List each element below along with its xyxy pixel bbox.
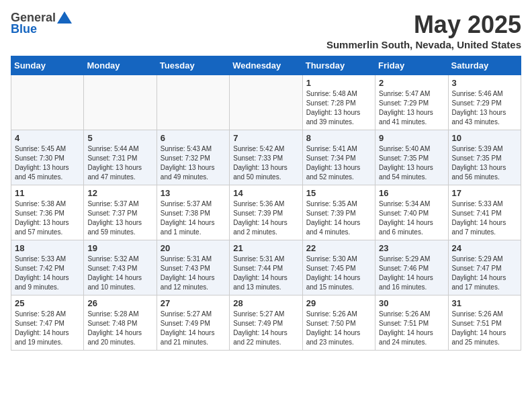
header-saturday: Saturday (448, 56, 521, 75)
day-info: Sunrise: 5:41 AM Sunset: 7:34 PM Dayligh… (306, 144, 371, 182)
calendar-day-cell: 17Sunrise: 5:33 AM Sunset: 7:41 PM Dayli… (448, 185, 521, 240)
header-sunday: Sunday (11, 56, 84, 75)
day-info: Sunrise: 5:29 AM Sunset: 7:46 PM Dayligh… (379, 255, 444, 292)
day-info: Sunrise: 5:40 AM Sunset: 7:35 PM Dayligh… (379, 144, 444, 182)
day-info: Sunrise: 5:31 AM Sunset: 7:44 PM Dayligh… (233, 255, 298, 292)
day-info: Sunrise: 5:48 AM Sunset: 7:28 PM Dayligh… (306, 89, 371, 127)
calendar-day-cell: 16Sunrise: 5:34 AM Sunset: 7:40 PM Dayli… (375, 185, 448, 240)
day-info: Sunrise: 5:26 AM Sunset: 7:50 PM Dayligh… (306, 310, 371, 347)
day-number: 18 (15, 243, 80, 253)
calendar-day-cell: 19Sunrise: 5:32 AM Sunset: 7:43 PM Dayli… (84, 240, 157, 295)
calendar-day-cell: 5Sunrise: 5:44 AM Sunset: 7:31 PM Daylig… (84, 130, 157, 185)
calendar-day-cell: 21Sunrise: 5:31 AM Sunset: 7:44 PM Dayli… (230, 240, 302, 295)
day-info: Sunrise: 5:37 AM Sunset: 7:38 PM Dayligh… (161, 199, 226, 237)
day-number: 17 (452, 188, 517, 198)
page-header: General Blue May 2025 Summerlin South, N… (11, 11, 521, 50)
day-info: Sunrise: 5:32 AM Sunset: 7:43 PM Dayligh… (87, 255, 152, 292)
day-number: 2 (379, 78, 444, 88)
day-info: Sunrise: 5:35 AM Sunset: 7:39 PM Dayligh… (306, 199, 371, 237)
day-info: Sunrise: 5:42 AM Sunset: 7:33 PM Dayligh… (233, 144, 298, 182)
day-info: Sunrise: 5:34 AM Sunset: 7:40 PM Dayligh… (379, 199, 444, 237)
calendar-day-cell: 12Sunrise: 5:37 AM Sunset: 7:37 PM Dayli… (84, 185, 157, 240)
calendar-day-cell: 25Sunrise: 5:28 AM Sunset: 7:47 PM Dayli… (11, 295, 84, 351)
calendar-day-cell (230, 75, 302, 130)
calendar-day-cell: 30Sunrise: 5:26 AM Sunset: 7:51 PM Dayli… (375, 295, 448, 351)
calendar-day-cell: 13Sunrise: 5:37 AM Sunset: 7:38 PM Dayli… (157, 185, 229, 240)
day-info: Sunrise: 5:27 AM Sunset: 7:49 PM Dayligh… (233, 310, 298, 347)
day-number: 3 (452, 78, 517, 88)
logo-icon (57, 11, 72, 24)
calendar-day-cell: 2Sunrise: 5:47 AM Sunset: 7:29 PM Daylig… (375, 75, 448, 130)
day-number: 29 (306, 298, 371, 308)
calendar-day-cell: 10Sunrise: 5:39 AM Sunset: 7:35 PM Dayli… (448, 130, 521, 185)
logo: General Blue (11, 11, 72, 36)
day-info: Sunrise: 5:29 AM Sunset: 7:47 PM Dayligh… (452, 255, 517, 292)
calendar-table: SundayMondayTuesdayWednesdayThursdayFrid… (11, 56, 521, 351)
calendar-day-cell (11, 75, 84, 130)
day-number: 28 (233, 298, 298, 308)
day-info: Sunrise: 5:27 AM Sunset: 7:49 PM Dayligh… (161, 310, 226, 347)
day-info: Sunrise: 5:31 AM Sunset: 7:43 PM Dayligh… (161, 255, 226, 292)
calendar-week-2: 4Sunrise: 5:45 AM Sunset: 7:30 PM Daylig… (11, 130, 521, 185)
day-info: Sunrise: 5:38 AM Sunset: 7:36 PM Dayligh… (15, 199, 80, 237)
header-wednesday: Wednesday (230, 56, 302, 75)
header-monday: Monday (84, 56, 157, 75)
day-number: 21 (233, 243, 298, 253)
calendar-day-cell: 14Sunrise: 5:36 AM Sunset: 7:39 PM Dayli… (230, 185, 302, 240)
day-number: 20 (161, 243, 226, 253)
location-subtitle: Summerlin South, Nevada, United States (326, 39, 521, 50)
calendar-day-cell (157, 75, 229, 130)
calendar-day-cell: 24Sunrise: 5:29 AM Sunset: 7:47 PM Dayli… (448, 240, 521, 295)
calendar-header-row: SundayMondayTuesdayWednesdayThursdayFrid… (11, 56, 521, 75)
day-number: 11 (15, 188, 80, 198)
day-info: Sunrise: 5:44 AM Sunset: 7:31 PM Dayligh… (87, 144, 152, 182)
day-number: 10 (452, 133, 517, 143)
title-section: May 2025 Summerlin South, Nevada, United… (326, 11, 521, 50)
day-info: Sunrise: 5:33 AM Sunset: 7:42 PM Dayligh… (15, 255, 80, 292)
day-number: 22 (306, 243, 371, 253)
day-number: 9 (379, 133, 444, 143)
month-title: May 2025 (326, 11, 521, 39)
calendar-day-cell: 27Sunrise: 5:27 AM Sunset: 7:49 PM Dayli… (157, 295, 229, 351)
day-info: Sunrise: 5:26 AM Sunset: 7:51 PM Dayligh… (452, 310, 517, 347)
day-info: Sunrise: 5:30 AM Sunset: 7:45 PM Dayligh… (306, 255, 371, 292)
calendar-day-cell: 1Sunrise: 5:48 AM Sunset: 7:28 PM Daylig… (302, 75, 375, 130)
calendar-day-cell: 7Sunrise: 5:42 AM Sunset: 7:33 PM Daylig… (230, 130, 302, 185)
calendar-day-cell: 6Sunrise: 5:43 AM Sunset: 7:32 PM Daylig… (157, 130, 229, 185)
day-number: 19 (87, 243, 152, 253)
header-tuesday: Tuesday (157, 56, 229, 75)
day-number: 24 (452, 243, 517, 253)
day-number: 12 (87, 188, 152, 198)
calendar-week-5: 25Sunrise: 5:28 AM Sunset: 7:47 PM Dayli… (11, 295, 521, 351)
day-number: 25 (15, 298, 80, 308)
day-number: 4 (15, 133, 80, 143)
day-number: 27 (161, 298, 226, 308)
calendar-day-cell: 20Sunrise: 5:31 AM Sunset: 7:43 PM Dayli… (157, 240, 229, 295)
calendar-day-cell: 23Sunrise: 5:29 AM Sunset: 7:46 PM Dayli… (375, 240, 448, 295)
svg-marker-0 (57, 11, 72, 24)
day-number: 23 (379, 243, 444, 253)
day-info: Sunrise: 5:28 AM Sunset: 7:48 PM Dayligh… (87, 310, 152, 347)
header-thursday: Thursday (302, 56, 375, 75)
calendar-week-1: 1Sunrise: 5:48 AM Sunset: 7:28 PM Daylig… (11, 75, 521, 130)
day-number: 7 (233, 133, 298, 143)
calendar-day-cell: 9Sunrise: 5:40 AM Sunset: 7:35 PM Daylig… (375, 130, 448, 185)
day-info: Sunrise: 5:47 AM Sunset: 7:29 PM Dayligh… (379, 89, 444, 127)
day-number: 6 (161, 133, 226, 143)
header-friday: Friday (375, 56, 448, 75)
calendar-day-cell: 3Sunrise: 5:46 AM Sunset: 7:29 PM Daylig… (448, 75, 521, 130)
day-number: 13 (161, 188, 226, 198)
calendar-day-cell: 11Sunrise: 5:38 AM Sunset: 7:36 PM Dayli… (11, 185, 84, 240)
calendar-day-cell: 26Sunrise: 5:28 AM Sunset: 7:48 PM Dayli… (84, 295, 157, 351)
day-number: 14 (233, 188, 298, 198)
day-info: Sunrise: 5:37 AM Sunset: 7:37 PM Dayligh… (87, 199, 152, 237)
day-info: Sunrise: 5:36 AM Sunset: 7:39 PM Dayligh… (233, 199, 298, 237)
day-number: 15 (306, 188, 371, 198)
calendar-day-cell: 31Sunrise: 5:26 AM Sunset: 7:51 PM Dayli… (448, 295, 521, 351)
day-info: Sunrise: 5:46 AM Sunset: 7:29 PM Dayligh… (452, 89, 517, 127)
day-info: Sunrise: 5:28 AM Sunset: 7:47 PM Dayligh… (15, 310, 80, 347)
day-info: Sunrise: 5:26 AM Sunset: 7:51 PM Dayligh… (379, 310, 444, 347)
day-info: Sunrise: 5:43 AM Sunset: 7:32 PM Dayligh… (161, 144, 226, 182)
day-info: Sunrise: 5:33 AM Sunset: 7:41 PM Dayligh… (452, 199, 517, 237)
day-number: 30 (379, 298, 444, 308)
